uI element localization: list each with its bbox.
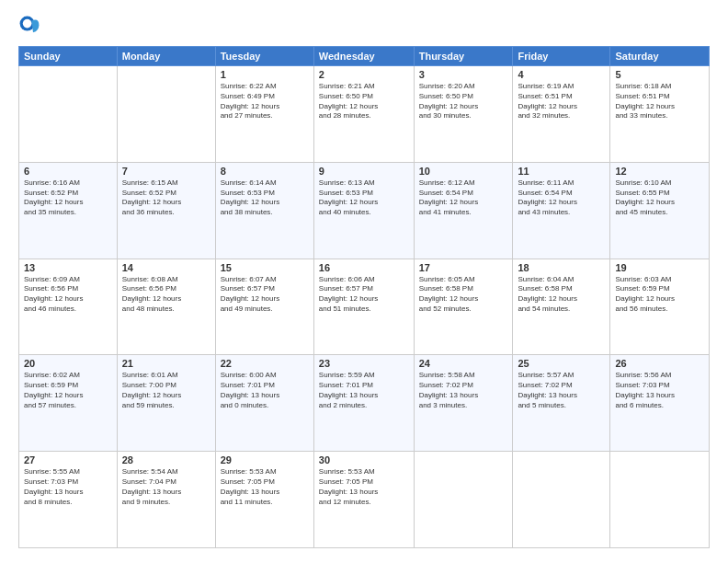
day-number: 23 [319, 358, 409, 369]
day-number: 13 [24, 262, 112, 273]
day-number: 8 [221, 166, 309, 177]
calendar-cell: 1Sunrise: 6:22 AM Sunset: 6:49 PM Daylig… [215, 66, 313, 163]
cell-info: Sunrise: 6:00 AM Sunset: 7:01 PM Dayligh… [221, 371, 309, 410]
logo [18, 15, 44, 37]
week-row-5: 27Sunrise: 5:55 AM Sunset: 7:03 PM Dayli… [19, 452, 710, 548]
day-number: 29 [221, 454, 309, 465]
day-number: 2 [319, 69, 409, 80]
cell-info: Sunrise: 5:55 AM Sunset: 7:03 PM Dayligh… [24, 467, 112, 507]
day-number: 11 [518, 166, 605, 177]
page: SundayMondayTuesdayWednesdayThursdayFrid… [0, 0, 728, 563]
day-number: 24 [419, 358, 508, 369]
cell-info: Sunrise: 5:59 AM Sunset: 7:01 PM Dayligh… [319, 371, 409, 410]
day-number: 14 [122, 262, 210, 273]
cell-info: Sunrise: 5:58 AM Sunset: 7:02 PM Dayligh… [419, 371, 508, 410]
calendar-cell: 5Sunrise: 6:18 AM Sunset: 6:51 PM Daylig… [610, 66, 710, 163]
calendar-cell: 10Sunrise: 6:12 AM Sunset: 6:54 PM Dayli… [414, 162, 513, 259]
cell-info: Sunrise: 5:53 AM Sunset: 7:05 PM Dayligh… [319, 467, 409, 507]
cell-info: Sunrise: 5:57 AM Sunset: 7:02 PM Dayligh… [518, 371, 605, 410]
week-row-4: 20Sunrise: 6:02 AM Sunset: 6:59 PM Dayli… [19, 355, 710, 452]
calendar-cell [414, 452, 513, 548]
cell-info: Sunrise: 6:04 AM Sunset: 6:58 PM Dayligh… [518, 275, 605, 315]
day-number: 6 [24, 166, 112, 177]
svg-point-1 [23, 19, 32, 29]
calendar-cell: 12Sunrise: 6:10 AM Sunset: 6:55 PM Dayli… [610, 162, 710, 259]
calendar-cell: 29Sunrise: 5:53 AM Sunset: 7:05 PM Dayli… [215, 452, 313, 548]
cell-info: Sunrise: 6:22 AM Sunset: 6:49 PM Dayligh… [221, 82, 309, 121]
weekday-saturday: Saturday [610, 47, 710, 66]
calendar-cell: 30Sunrise: 5:53 AM Sunset: 7:05 PM Dayli… [313, 452, 414, 548]
header [18, 15, 710, 37]
cell-info: Sunrise: 6:19 AM Sunset: 6:51 PM Dayligh… [518, 82, 605, 121]
calendar-cell: 22Sunrise: 6:00 AM Sunset: 7:01 PM Dayli… [215, 355, 313, 452]
day-number: 27 [24, 454, 112, 465]
calendar-cell: 8Sunrise: 6:14 AM Sunset: 6:53 PM Daylig… [215, 162, 313, 259]
cell-info: Sunrise: 6:11 AM Sunset: 6:54 PM Dayligh… [518, 178, 605, 218]
cell-info: Sunrise: 6:13 AM Sunset: 6:53 PM Dayligh… [319, 178, 409, 218]
day-number: 17 [419, 262, 508, 273]
day-number: 19 [615, 262, 704, 273]
calendar-cell: 9Sunrise: 6:13 AM Sunset: 6:53 PM Daylig… [313, 162, 414, 259]
day-number: 9 [319, 166, 409, 177]
calendar-cell: 2Sunrise: 6:21 AM Sunset: 6:50 PM Daylig… [313, 66, 414, 163]
weekday-wednesday: Wednesday [313, 47, 414, 66]
calendar-cell: 14Sunrise: 6:08 AM Sunset: 6:56 PM Dayli… [117, 259, 215, 355]
day-number: 28 [122, 454, 210, 465]
weekday-thursday: Thursday [414, 47, 513, 66]
day-number: 26 [615, 358, 704, 369]
calendar-cell: 16Sunrise: 6:06 AM Sunset: 6:57 PM Dayli… [313, 259, 414, 355]
cell-info: Sunrise: 6:06 AM Sunset: 6:57 PM Dayligh… [319, 275, 409, 315]
day-number: 25 [518, 358, 605, 369]
day-number: 1 [221, 69, 309, 80]
calendar-cell: 28Sunrise: 5:54 AM Sunset: 7:04 PM Dayli… [117, 452, 215, 548]
cell-info: Sunrise: 6:05 AM Sunset: 6:58 PM Dayligh… [419, 275, 508, 315]
calendar-cell: 17Sunrise: 6:05 AM Sunset: 6:58 PM Dayli… [414, 259, 513, 355]
calendar-cell [117, 66, 215, 163]
day-number: 10 [419, 166, 508, 177]
calendar-cell: 7Sunrise: 6:15 AM Sunset: 6:52 PM Daylig… [117, 162, 215, 259]
cell-info: Sunrise: 6:21 AM Sunset: 6:50 PM Dayligh… [319, 82, 409, 121]
weekday-tuesday: Tuesday [215, 47, 313, 66]
weekday-friday: Friday [513, 47, 610, 66]
cell-info: Sunrise: 6:18 AM Sunset: 6:51 PM Dayligh… [615, 82, 704, 121]
cell-info: Sunrise: 5:54 AM Sunset: 7:04 PM Dayligh… [122, 467, 210, 507]
cell-info: Sunrise: 5:56 AM Sunset: 7:03 PM Dayligh… [615, 371, 704, 410]
calendar-cell: 21Sunrise: 6:01 AM Sunset: 7:00 PM Dayli… [117, 355, 215, 452]
calendar-cell [19, 66, 118, 163]
calendar-cell: 26Sunrise: 5:56 AM Sunset: 7:03 PM Dayli… [610, 355, 710, 452]
day-number: 7 [122, 166, 210, 177]
cell-info: Sunrise: 6:15 AM Sunset: 6:52 PM Dayligh… [122, 178, 210, 218]
day-number: 3 [419, 69, 508, 80]
day-number: 5 [615, 69, 704, 80]
weekday-sunday: Sunday [19, 47, 118, 66]
cell-info: Sunrise: 6:08 AM Sunset: 6:56 PM Dayligh… [122, 275, 210, 315]
calendar-cell: 3Sunrise: 6:20 AM Sunset: 6:50 PM Daylig… [414, 66, 513, 163]
day-number: 16 [319, 262, 409, 273]
day-number: 15 [221, 262, 309, 273]
calendar-cell: 15Sunrise: 6:07 AM Sunset: 6:57 PM Dayli… [215, 259, 313, 355]
calendar-cell [513, 452, 610, 548]
cell-info: Sunrise: 6:09 AM Sunset: 6:56 PM Dayligh… [24, 275, 112, 315]
day-number: 18 [518, 262, 605, 273]
cell-info: Sunrise: 6:03 AM Sunset: 6:59 PM Dayligh… [615, 275, 704, 315]
day-number: 4 [518, 69, 605, 80]
calendar-cell [610, 452, 710, 548]
day-number: 20 [24, 358, 112, 369]
calendar-cell: 27Sunrise: 5:55 AM Sunset: 7:03 PM Dayli… [19, 452, 118, 548]
cell-info: Sunrise: 6:12 AM Sunset: 6:54 PM Dayligh… [419, 178, 508, 218]
cell-info: Sunrise: 6:20 AM Sunset: 6:50 PM Dayligh… [419, 82, 508, 121]
cell-info: Sunrise: 6:07 AM Sunset: 6:57 PM Dayligh… [221, 275, 309, 315]
cell-info: Sunrise: 6:16 AM Sunset: 6:52 PM Dayligh… [24, 178, 112, 218]
calendar-cell: 24Sunrise: 5:58 AM Sunset: 7:02 PM Dayli… [414, 355, 513, 452]
calendar-cell: 13Sunrise: 6:09 AM Sunset: 6:56 PM Dayli… [19, 259, 118, 355]
calendar-cell: 25Sunrise: 5:57 AM Sunset: 7:02 PM Dayli… [513, 355, 610, 452]
logo-icon [18, 15, 40, 37]
week-row-1: 1Sunrise: 6:22 AM Sunset: 6:49 PM Daylig… [19, 66, 710, 163]
day-number: 21 [122, 358, 210, 369]
calendar-cell: 4Sunrise: 6:19 AM Sunset: 6:51 PM Daylig… [513, 66, 610, 163]
weekday-header-row: SundayMondayTuesdayWednesdayThursdayFrid… [19, 47, 710, 66]
cell-info: Sunrise: 6:02 AM Sunset: 6:59 PM Dayligh… [24, 371, 112, 410]
calendar-cell: 20Sunrise: 6:02 AM Sunset: 6:59 PM Dayli… [19, 355, 118, 452]
cell-info: Sunrise: 6:01 AM Sunset: 7:00 PM Dayligh… [122, 371, 210, 410]
day-number: 12 [615, 166, 704, 177]
